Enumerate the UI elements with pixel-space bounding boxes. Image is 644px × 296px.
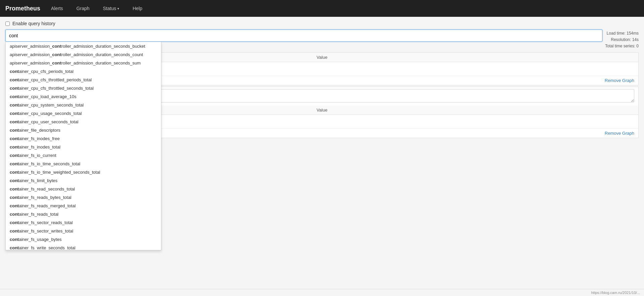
autocomplete-suffix: ainer_fs_io_time_seconds_total [19,161,80,166]
remove-graph-button-2[interactable]: Remove Graph [605,131,634,136]
autocomplete-highlight: cont [52,60,61,66]
autocomplete-highlight: cont [10,170,19,175]
autocomplete-highlight: cont [10,94,19,99]
autocomplete-item[interactable]: container_cpu_cfs_periods_total [6,67,161,76]
autocomplete-item[interactable]: container_fs_sector_writes_total [6,227,161,235]
autocomplete-highlight: cont [10,111,19,116]
autocomplete-item[interactable]: container_fs_io_time_seconds_total [6,160,161,168]
navbar: Prometheus Alerts Graph Status ▾ Help [0,0,644,17]
autocomplete-highlight: cont [10,195,19,200]
brand-logo[interactable]: Prometheus [5,5,40,12]
autocomplete-suffix: ainer_file_descriptors [19,128,60,133]
autocomplete-highlight: cont [10,136,19,141]
autocomplete-highlight: cont [10,245,19,250]
enable-query-history-checkbox[interactable] [5,22,10,26]
nav-graph[interactable]: Graph [74,4,92,12]
nav-alerts[interactable]: Alerts [48,4,66,12]
load-time-text: Load time: 154ms [605,30,639,37]
autocomplete-suffix: ainer_cpu_cfs_periods_total [19,69,73,74]
autocomplete-item[interactable]: container_fs_io_time_weighted_seconds_to… [6,168,161,176]
page-footer: https://blog.cam.ru/2021/10/... [0,289,644,296]
autocomplete-suffix: ainer_fs_io_current [19,153,56,158]
nav-status-dropdown[interactable]: Status ▾ [100,4,122,12]
autocomplete-item[interactable]: apiserver_admission_controller_admission… [6,42,161,50]
resolution-text: Resolution: 14s [605,37,639,43]
autocomplete-item[interactable]: container_cpu_cfs_throttled_periods_tota… [6,76,161,84]
total-series-text: Total time series: 0 [605,43,639,49]
nav-help[interactable]: Help [130,4,145,12]
autocomplete-dropdown: apiserver_admission_controller_admission… [5,42,161,250]
autocomplete-item[interactable]: apiserver_admission_controller_admission… [6,59,161,67]
autocomplete-suffix: ainer_cpu_user_seconds_total [19,119,78,124]
autocomplete-item[interactable]: container_cpu_system_seconds_total [6,101,161,109]
autocomplete-prefix: apiserver_admission_ [10,52,52,57]
autocomplete-highlight: cont [10,186,19,192]
query-input[interactable]: cont [5,30,602,42]
autocomplete-suffix: ainer_cpu_cfs_throttled_periods_total [19,77,92,82]
autocomplete-item[interactable]: container_fs_reads_merged_total [6,202,161,210]
autocomplete-suffix: ainer_fs_usage_bytes [19,237,61,242]
autocomplete-highlight: cont [10,228,19,234]
autocomplete-highlight: cont [10,161,19,166]
autocomplete-item[interactable]: container_fs_usage_bytes [6,235,161,244]
autocomplete-item[interactable]: apiserver_admission_controller_admission… [6,50,161,59]
autocomplete-suffix: ainer_fs_io_time_weighted_seconds_total [19,170,100,175]
autocomplete-highlight: cont [10,212,19,217]
autocomplete-suffix: ainer_fs_reads_bytes_total [19,195,71,200]
autocomplete-highlight: cont [10,69,19,74]
nav-status-label: Status [103,6,116,11]
autocomplete-item[interactable]: container_fs_inodes_free [6,134,161,143]
autocomplete-highlight: cont [10,77,19,82]
autocomplete-item[interactable]: container_fs_limit_bytes [6,176,161,185]
main-content: Enable query history cont apiserver_admi… [0,17,644,296]
autocomplete-suffix: roller_admission_duration_seconds_bucket [61,44,145,49]
autocomplete-suffix: ainer_cpu_usage_seconds_total [19,111,82,116]
autocomplete-item[interactable]: container_fs_sector_reads_total [6,218,161,227]
autocomplete-suffix: roller_admission_duration_seconds_sum [61,60,141,66]
autocomplete-item[interactable]: container_cpu_cfs_throttled_seconds_tota… [6,84,161,92]
autocomplete-highlight: cont [10,220,19,225]
autocomplete-suffix: ainer_cpu_system_seconds_total [19,102,84,108]
autocomplete-highlight: cont [52,44,61,49]
enable-query-history-label[interactable]: Enable query history [12,21,55,26]
autocomplete-highlight: cont [10,153,19,158]
autocomplete-item[interactable]: container_fs_reads_bytes_total [6,193,161,202]
query-row: cont apiserver_admission_controller_admi… [5,30,639,50]
autocomplete-highlight: cont [10,128,19,133]
autocomplete-suffix: ainer_fs_sector_reads_total [19,220,72,225]
autocomplete-highlight: cont [10,119,19,124]
autocomplete-suffix: roller_admission_duration_seconds_count [61,52,143,57]
autocomplete-highlight: cont [10,86,19,91]
autocomplete-item[interactable]: container_fs_write_seconds_total [6,244,161,250]
load-info: Load time: 154ms Resolution: 14s Total t… [605,30,639,50]
autocomplete-prefix: apiserver_admission_ [10,60,52,66]
autocomplete-item[interactable]: container_fs_reads_total [6,210,161,218]
chevron-down-icon: ▾ [117,7,119,10]
autocomplete-suffix: ainer_cpu_load_average_10s [19,94,76,99]
autocomplete-item[interactable]: container_fs_read_seconds_total [6,185,161,193]
footer-link: https://blog.cam.ru/2021/10/... [591,291,640,295]
autocomplete-suffix: ainer_cpu_cfs_throttled_seconds_total [19,86,94,91]
autocomplete-prefix: apiserver_admission_ [10,44,52,49]
autocomplete-suffix: ainer_fs_write_seconds_total [19,245,75,250]
autocomplete-suffix: ainer_fs_read_seconds_total [19,186,75,192]
autocomplete-item[interactable]: container_file_descriptors [6,126,161,134]
query-history-row: Enable query history [5,21,639,26]
autocomplete-suffix: ainer_fs_limit_bytes [19,178,57,183]
autocomplete-suffix: ainer_fs_reads_total [19,212,58,217]
autocomplete-highlight: cont [10,102,19,108]
remove-graph-button-1[interactable]: Remove Graph [605,78,634,83]
autocomplete-item[interactable]: container_fs_inodes_total [6,143,161,151]
autocomplete-suffix: ainer_fs_inodes_free [19,136,59,141]
autocomplete-suffix: ainer_fs_reads_merged_total [19,203,75,208]
autocomplete-highlight: cont [10,178,19,183]
autocomplete-suffix: ainer_fs_inodes_total [19,144,60,150]
autocomplete-suffix: ainer_fs_sector_writes_total [19,228,73,234]
autocomplete-item[interactable]: container_fs_io_current [6,151,161,160]
autocomplete-highlight: cont [10,203,19,208]
autocomplete-item[interactable]: container_cpu_usage_seconds_total [6,109,161,118]
autocomplete-item[interactable]: container_cpu_load_average_10s [6,92,161,101]
autocomplete-highlight: cont [10,144,19,150]
autocomplete-item[interactable]: container_cpu_user_seconds_total [6,118,161,126]
autocomplete-highlight: cont [52,52,61,57]
